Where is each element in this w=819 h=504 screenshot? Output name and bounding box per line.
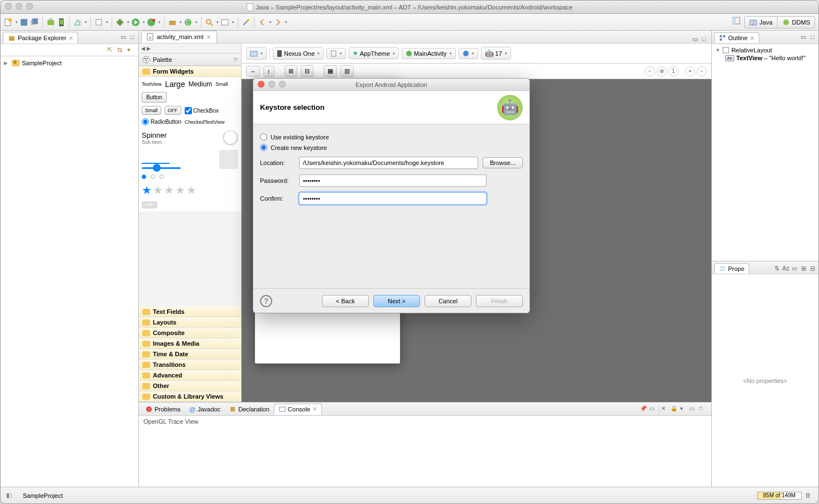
- palette-fwd-icon[interactable]: ▶: [147, 46, 151, 51]
- scroll-lock-icon[interactable]: 🔒: [671, 405, 678, 413]
- heap-bar[interactable]: 85M of 149M: [757, 492, 802, 500]
- new-android-icon[interactable]: [94, 18, 103, 27]
- run-last-icon[interactable]: [147, 18, 156, 27]
- perspective-java[interactable]: JJava: [744, 16, 777, 28]
- close-icon[interactable]: [5, 3, 12, 9]
- collapse-icon[interactable]: ▽: [234, 57, 238, 62]
- widget-off-button[interactable]: OFF: [165, 106, 181, 115]
- widget-checkbox[interactable]: CheckBox: [185, 107, 219, 114]
- api-dropdown[interactable]: 🤖17▾: [481, 47, 511, 60]
- widget-seekbar[interactable]: [142, 167, 181, 169]
- minimize-view-icon[interactable]: ▭: [691, 35, 699, 43]
- minimize-view-icon[interactable]: ▭: [799, 33, 807, 41]
- palette-section-layouts[interactable]: Layouts: [139, 317, 241, 328]
- new-icon[interactable]: [4, 18, 13, 27]
- widget-small-button[interactable]: Small: [142, 106, 161, 115]
- radio-create-new[interactable]: Create new keystore: [260, 144, 523, 151]
- widget-ratingbar[interactable]: ★★★★★: [142, 183, 238, 197]
- link-editor-icon[interactable]: ⇆: [117, 46, 125, 54]
- tab-declaration[interactable]: Declaration: [225, 404, 274, 414]
- az-sort-icon[interactable]: Aᴢ: [782, 264, 789, 272]
- back-icon[interactable]: [258, 18, 267, 27]
- clear-console-icon[interactable]: ✕: [661, 405, 669, 413]
- locale-dropdown[interactable]: ▾: [459, 48, 478, 59]
- widget-small[interactable]: Small: [215, 81, 228, 87]
- pin-console-icon[interactable]: 📌: [640, 405, 648, 413]
- tab-problems[interactable]: !Problems: [141, 404, 185, 414]
- device-dropdown[interactable]: Nexus One▾: [273, 47, 324, 60]
- zoom-in-icon[interactable]: +: [685, 66, 695, 76]
- sdk-manager-icon[interactable]: [46, 18, 55, 27]
- maximize-view-icon[interactable]: □: [808, 33, 816, 41]
- close-icon[interactable]: ✕: [750, 35, 754, 41]
- outline-child[interactable]: Ab TextView – "Hello world!": [715, 54, 815, 62]
- dialog-close-icon[interactable]: [258, 81, 264, 88]
- toggle-height-icon[interactable]: ↕: [263, 66, 274, 77]
- palette-section-custom[interactable]: Custom & Library Views: [139, 391, 241, 402]
- widget-large[interactable]: Large: [165, 80, 185, 89]
- outline-root[interactable]: ▼ RelativeLayout: [715, 46, 815, 54]
- maximize-icon[interactable]: [26, 3, 33, 9]
- widget-textview[interactable]: TextView: [142, 81, 162, 87]
- new-package-icon[interactable]: [168, 18, 177, 27]
- gc-trash-icon[interactable]: 🗑: [805, 492, 813, 500]
- palette-section-advanced[interactable]: Advanced: [139, 370, 241, 381]
- toggle-width-icon[interactable]: ↔: [246, 66, 260, 77]
- open-task-icon[interactable]: [220, 18, 229, 27]
- help-icon[interactable]: ?: [260, 295, 272, 307]
- run-icon[interactable]: [131, 18, 140, 27]
- palette-section-transitions[interactable]: Transitions: [139, 360, 241, 370]
- palette-section-composite[interactable]: Composite: [139, 328, 241, 338]
- wand-icon[interactable]: [242, 18, 250, 27]
- collapse-icon[interactable]: ▼: [715, 47, 720, 53]
- filter-icon[interactable]: ▭: [791, 264, 798, 272]
- lint-icon[interactable]: [73, 18, 82, 27]
- collapse-icon[interactable]: ⊟: [808, 264, 816, 272]
- browse-button[interactable]: Browse...: [483, 157, 523, 168]
- dropdown-icon[interactable]: ▾: [16, 20, 18, 25]
- distribute-icon[interactable]: ⊟: [301, 65, 314, 77]
- minimize-view-icon[interactable]: ▭: [690, 405, 697, 413]
- confirm-input[interactable]: [299, 192, 486, 205]
- palette-section-time-date[interactable]: Time & Date: [139, 349, 241, 360]
- minimize-view-icon[interactable]: ▭: [119, 33, 127, 41]
- minimize-icon[interactable]: [16, 3, 22, 9]
- location-input[interactable]: [299, 157, 478, 169]
- tab-javadoc[interactable]: @Javadoc: [185, 404, 225, 414]
- widget-medium[interactable]: Medium: [189, 80, 213, 88]
- palette-section-text-fields[interactable]: Text Fields: [139, 307, 241, 317]
- properties-tab[interactable]: Prope: [714, 263, 749, 274]
- debug-icon[interactable]: [115, 18, 124, 27]
- close-icon[interactable]: ✕: [69, 35, 73, 41]
- save-all-icon[interactable]: [30, 18, 39, 27]
- widget-radiobutton[interactable]: RadioButton: [142, 118, 181, 125]
- palette-back-icon[interactable]: ◀: [141, 46, 145, 51]
- new-class-icon[interactable]: C: [184, 18, 192, 27]
- close-icon[interactable]: ✕: [312, 406, 317, 412]
- project-node[interactable]: ▶ SampleProject: [4, 59, 135, 67]
- theme-dropdown[interactable]: ★AppTheme▾: [349, 47, 399, 59]
- password-input[interactable]: [299, 175, 486, 187]
- zoom-out-icon[interactable]: −: [645, 66, 655, 76]
- next-button[interactable]: Next >: [373, 295, 420, 307]
- open-console-icon[interactable]: ▾: [680, 405, 688, 413]
- palette-section-images-media[interactable]: Images & Media: [139, 338, 241, 349]
- quickcontact-icon[interactable]: [219, 150, 238, 169]
- tab-console[interactable]: Console✕: [274, 404, 322, 415]
- open-perspective-icon[interactable]: [732, 16, 741, 25]
- palette-section-form-widgets[interactable]: Form Widgets: [139, 66, 241, 77]
- back-button[interactable]: < Back: [322, 295, 369, 307]
- radio-use-existing[interactable]: Use existing keystore: [260, 133, 523, 140]
- widget-spinner[interactable]: Spinner: [142, 131, 167, 139]
- widget-checkedtextview[interactable]: CheckedTextView: [185, 119, 224, 125]
- widget-button[interactable]: Button: [142, 92, 167, 103]
- zoom-reset-icon[interactable]: ⊕: [657, 66, 667, 76]
- view-menu-icon[interactable]: ▾: [127, 46, 135, 54]
- maximize-view-icon[interactable]: □: [128, 33, 136, 41]
- palette-section-other[interactable]: Other: [139, 381, 241, 391]
- close-icon[interactable]: ✕: [206, 34, 211, 40]
- editor-tab-activity-main[interactable]: a activity_main.xml ✕: [141, 31, 217, 43]
- save-icon[interactable]: [20, 18, 28, 27]
- orientation-dropdown[interactable]: ▾: [326, 48, 346, 59]
- activity-dropdown[interactable]: MainActivity▾: [402, 48, 456, 59]
